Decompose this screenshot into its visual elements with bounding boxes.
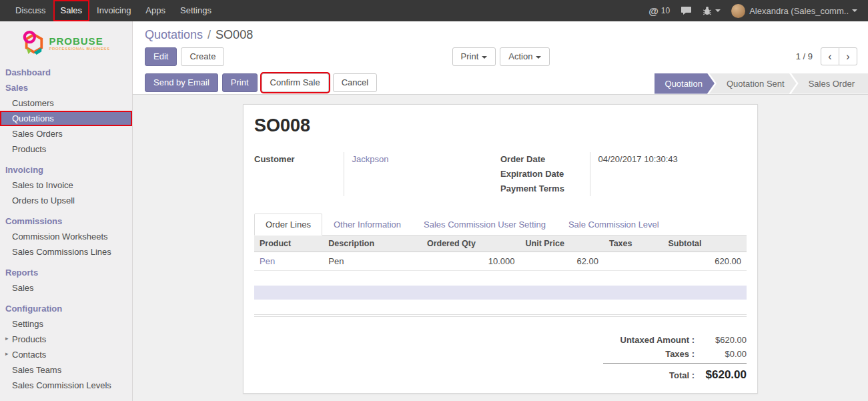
breadcrumb-current: SO008 <box>215 28 253 41</box>
sidebar-item-customers[interactable]: Customers <box>0 95 132 111</box>
order-date-label: Order Date <box>500 152 590 167</box>
empty-line-placeholder <box>254 286 747 300</box>
mention-count: 10 <box>661 6 670 15</box>
totals-block: Untaxed Amount :$620.00Taxes :$0.00Total… <box>603 333 747 384</box>
user-name: Alexandra (Sales_comm.. <box>749 6 849 16</box>
screen: DiscussSalesInvoicingAppsSettings @ 10 <box>0 0 868 401</box>
column-header-taxes[interactable]: Taxes <box>604 236 663 252</box>
sidebar-item-label: Commission Worksheets <box>12 232 108 242</box>
sidebar-heading-invoicing[interactable]: Invoicing <box>0 162 132 177</box>
print-menu-button[interactable]: Print <box>452 47 496 66</box>
sidebar-item-label: Sales to Invoice <box>12 180 73 190</box>
topbar-menu-apps[interactable]: Apps <box>138 0 173 21</box>
chevron-down-icon <box>482 56 487 59</box>
probuse-logo: PROBUSE PROFESSIONAL BUSINESS <box>0 21 132 63</box>
column-header-subtotal[interactable]: Subtotal <box>663 236 747 252</box>
sidebar-item-sales-commission-levels[interactable]: Sales Commission Levels <box>0 378 132 393</box>
edit-button[interactable]: Edit <box>145 47 177 66</box>
tab-sale-commission-level[interactable]: Sale Commission Level <box>557 214 671 236</box>
sidebar-item-sales-teams[interactable]: Sales Teams <box>0 362 132 378</box>
column-header-unit-price[interactable]: Unit Price <box>520 236 604 252</box>
sidebar-item-settings[interactable]: Settings <box>0 316 132 332</box>
control-panel: Quotations / SO008 Edit Create Print Act… <box>133 21 868 95</box>
create-button[interactable]: Create <box>181 47 224 66</box>
cell-unit-price: 62.00 <box>520 252 604 270</box>
probuse-logo-icon <box>22 30 45 57</box>
payment-terms-value <box>590 181 747 196</box>
pager-buttons: ‹ › <box>821 47 857 65</box>
pager-previous-button[interactable]: ‹ <box>821 47 839 65</box>
cell-taxes <box>604 252 663 270</box>
cell-subtotal: 620.00 <box>663 252 747 270</box>
breadcrumb-parent-link[interactable]: Quotations <box>145 28 203 41</box>
cancel-button[interactable]: Cancel <box>333 73 377 92</box>
topbar-menu-invoicing[interactable]: Invoicing <box>89 0 138 21</box>
sidebar-item-label: Orders to Upsell <box>12 195 75 206</box>
send-by-email-button[interactable]: Send by Email <box>145 73 218 92</box>
sidebar-heading-commissions[interactable]: Commissions <box>0 214 132 229</box>
total-label: Untaxed Amount : <box>620 335 695 345</box>
table-row[interactable]: PenPen10.00062.00620.00 <box>254 252 747 270</box>
tab-sales-commission-user-setting[interactable]: Sales Commission User Setting <box>412 214 557 236</box>
form-view-area: SO008 Customer Jackpson Order Date 04/20 <box>133 95 868 401</box>
sidebar-item-label: Sales Commission Levels <box>12 380 111 390</box>
main-area: Quotations / SO008 Edit Create Print Act… <box>133 21 868 401</box>
table-body: PenPen10.00062.00620.00 <box>254 252 747 270</box>
customer-row: Customer Jackpson <box>254 152 500 196</box>
sidebar-item-sales-commissions-lines[interactable]: Sales Commissions Lines <box>0 244 132 260</box>
column-header-description[interactable]: Description <box>323 236 422 252</box>
edit-create-group: Edit Create <box>145 47 452 66</box>
pager-text: 1 / 9 <box>796 51 813 61</box>
sidebar-item-contacts[interactable]: ▸Contacts <box>0 347 132 362</box>
action-menu-button[interactable]: Action <box>500 47 550 66</box>
total-taxes: Taxes :$0.00 <box>603 347 747 361</box>
sidebar-item-sales[interactable]: Sales <box>0 280 132 296</box>
chevron-down-icon <box>715 9 721 12</box>
chat-icon <box>681 6 692 15</box>
topbar-menu-sales[interactable]: Sales <box>53 0 90 21</box>
user-menu[interactable]: Alexandra (Sales_comm.. <box>726 0 863 21</box>
customer-value[interactable]: Jackpson <box>344 152 500 196</box>
status-step-sales-order[interactable]: Sales Order <box>791 73 868 94</box>
column-header-product[interactable]: Product <box>254 236 323 252</box>
sidebar-item-products[interactable]: Products <box>0 141 132 157</box>
topbar-menu-discuss[interactable]: Discuss <box>8 0 53 21</box>
sidebar-heading-reports[interactable]: Reports <box>0 265 132 280</box>
cell-description: Pen <box>323 252 422 270</box>
topbar-menu-settings[interactable]: Settings <box>173 0 219 21</box>
tab-order-lines[interactable]: Order Lines <box>254 214 322 236</box>
sidebar-item-orders-to-upsell[interactable]: Orders to Upsell <box>0 193 132 208</box>
confirm-sale-button[interactable]: Confirm Sale <box>262 73 329 92</box>
order-date-row: Order Date 04/20/2017 10:30:43 <box>500 152 747 167</box>
bug-icon <box>703 6 712 15</box>
sidebar-item-products[interactable]: ▸Products <box>0 332 132 347</box>
total-untaxed-amount: Untaxed Amount :$620.00 <box>603 333 747 347</box>
mentions-button[interactable]: @ 10 <box>643 0 675 21</box>
logo-text: PROBUSE PROFESSIONAL BUSINESS <box>49 36 109 51</box>
sidebar-item-sales-to-invoice[interactable]: Sales to Invoice <box>0 177 132 193</box>
status-step-quotation[interactable]: Quotation <box>655 73 715 94</box>
right-field-group: Order Date 04/20/2017 10:30:43 Expiratio… <box>500 152 747 196</box>
expiration-date-value <box>590 167 747 181</box>
sidebar-item-commission-worksheets[interactable]: Commission Worksheets <box>0 229 132 244</box>
pager-next-button[interactable]: › <box>839 47 857 65</box>
left-field-group: Customer Jackpson <box>254 152 500 196</box>
tab-other-information[interactable]: Other Information <box>322 214 412 236</box>
sidebar-item-sales-orders[interactable]: Sales Orders <box>0 126 132 141</box>
sidebar-item-label: Sales <box>12 283 34 293</box>
submenu-arrow-icon: ▸ <box>5 335 9 342</box>
status-step-quotation-sent[interactable]: Quotation Sent <box>709 73 797 94</box>
sidebar-heading-dashboard[interactable]: Dashboard <box>0 65 132 80</box>
logo-title: PROBUSE <box>49 36 109 47</box>
total-value: $0.00 <box>704 349 747 359</box>
messages-button[interactable] <box>675 0 697 21</box>
sidebar-heading-configuration[interactable]: Configuration <box>0 301 132 316</box>
sidebar-item-quotations[interactable]: Quotations <box>0 111 132 126</box>
total-total: Total :$620.00 <box>603 363 747 384</box>
debug-menu-button[interactable] <box>697 0 726 21</box>
notebook-tabs: Order LinesOther InformationSales Commis… <box>254 214 747 236</box>
sidebar-heading-sales[interactable]: Sales <box>0 80 132 95</box>
column-header-ordered-qty[interactable]: Ordered Qty <box>422 236 520 252</box>
sidebar-nav: DashboardSalesCustomersQuotationsSales O… <box>0 65 132 393</box>
print-button[interactable]: Print <box>222 73 258 92</box>
